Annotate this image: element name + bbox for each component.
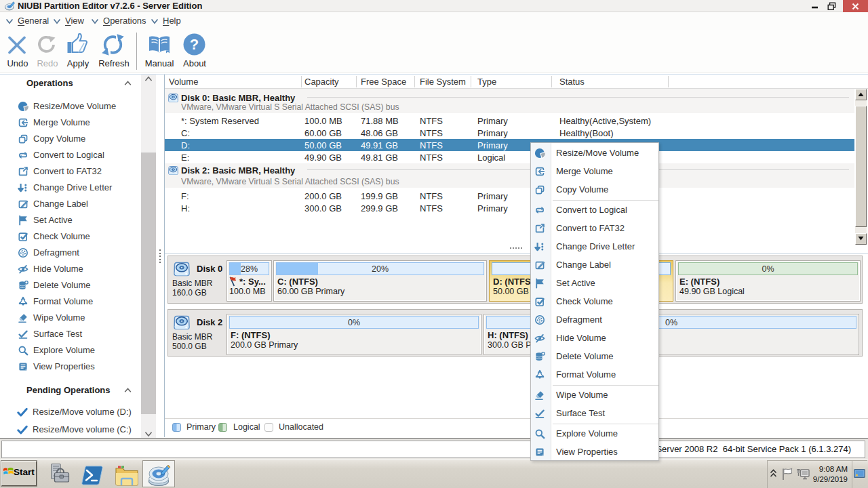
svg-text:?: ?	[190, 36, 199, 53]
